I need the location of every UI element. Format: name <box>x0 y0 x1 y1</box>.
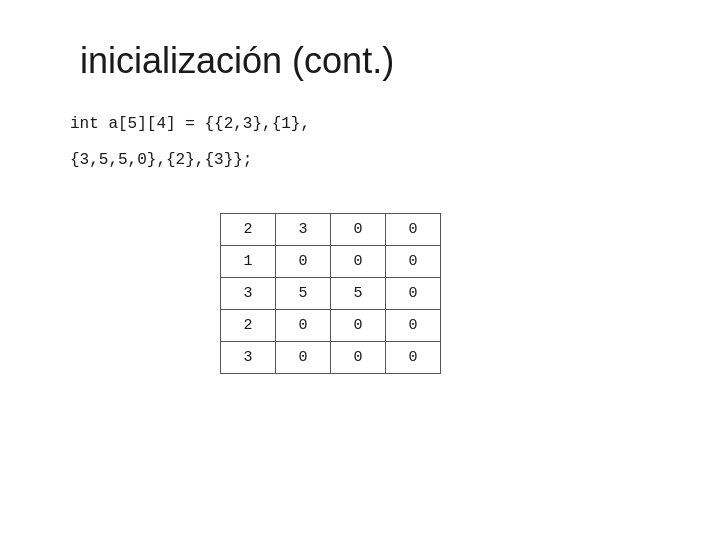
table-row: 2300 <box>221 214 441 246</box>
table-row: 3550 <box>221 278 441 310</box>
table-cell: 0 <box>331 310 386 342</box>
table-cell: 2 <box>221 214 276 246</box>
table-cell: 0 <box>276 310 331 342</box>
table-cell: 0 <box>331 214 386 246</box>
array-table: 23001000355020003000 <box>220 213 441 374</box>
table-cell: 3 <box>221 278 276 310</box>
table-container: 23001000355020003000 <box>220 213 660 374</box>
code-line2: {3,5,5,0},{2},{3}}; <box>70 148 660 174</box>
table-cell: 5 <box>331 278 386 310</box>
table-cell: 2 <box>221 310 276 342</box>
table-cell: 0 <box>386 246 441 278</box>
table-cell: 1 <box>221 246 276 278</box>
table-cell: 0 <box>386 310 441 342</box>
table-cell: 0 <box>386 342 441 374</box>
table-cell: 3 <box>276 214 331 246</box>
table-cell: 0 <box>276 246 331 278</box>
table-cell: 0 <box>386 278 441 310</box>
page-container: inicialización (cont.) int a[5][4] = {{2… <box>0 0 720 540</box>
table-row: 2000 <box>221 310 441 342</box>
table-cell: 0 <box>331 342 386 374</box>
table-cell: 0 <box>331 246 386 278</box>
table-cell: 0 <box>386 214 441 246</box>
table-cell: 5 <box>276 278 331 310</box>
table-row: 3000 <box>221 342 441 374</box>
code-line1: int a[5][4] = {{2,3},{1}, <box>70 112 660 138</box>
page-title: inicialización (cont.) <box>80 40 660 82</box>
table-row: 1000 <box>221 246 441 278</box>
table-cell: 0 <box>276 342 331 374</box>
table-cell: 3 <box>221 342 276 374</box>
